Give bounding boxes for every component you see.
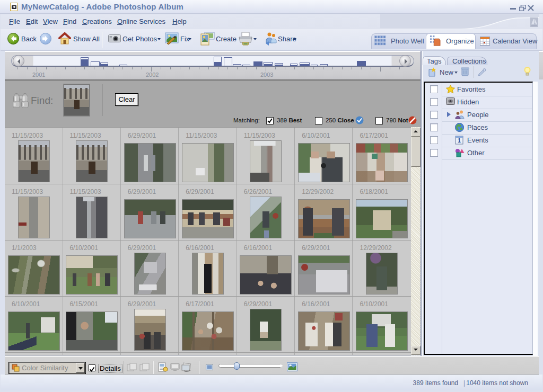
svg-text:1: 1 [458, 138, 461, 144]
